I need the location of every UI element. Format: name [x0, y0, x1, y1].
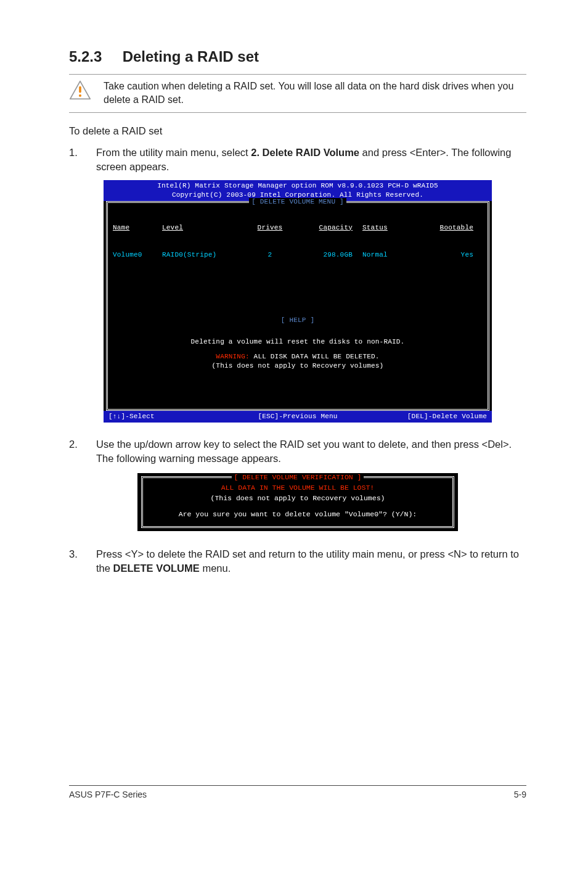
- dialog-line-2: (This does not apply to Recovery volumes…: [149, 493, 446, 504]
- step-2: 2. Use the up/down arrow key to select t…: [69, 437, 526, 466]
- dialog-frame: [ DELETE VOLUME VERIFICATION ] ALL DATA …: [141, 476, 454, 528]
- step-body: From the utility main menu, select 2. De…: [96, 146, 526, 174]
- step-number: 3.: [69, 547, 83, 576]
- step-body: Press <Y> to delete the RAID set and ret…: [96, 547, 526, 576]
- caution-text: Take caution when deleting a RAID set. Y…: [104, 80, 526, 106]
- bios-delete-volume-screen: Intel(R) Matrix Storage Manager option R…: [104, 180, 492, 423]
- step-number: 1.: [69, 146, 83, 174]
- warning-label: WARNING:: [216, 353, 249, 360]
- step-number: 2.: [69, 437, 83, 466]
- step1-pre: From the utility main menu, select: [96, 147, 251, 158]
- help-warning: WARNING: ALL DISK DATA WILL BE DELETED.: [113, 352, 483, 361]
- section-heading: 5.2.3 Deleting a RAID set: [69, 48, 526, 65]
- section-title: Deleting a RAID set: [123, 48, 259, 65]
- foot-select: [↑↓]-Select: [108, 412, 235, 421]
- dialog-lost-line: ALL DATA IN THE VOLUME WILL BE LOST!: [149, 483, 446, 493]
- foot-del: [DEL]-Delete Volume: [361, 412, 487, 421]
- cell-level: RAID0(Stripe): [162, 250, 248, 260]
- footer-left: ASUS P7F-C Series: [69, 790, 147, 799]
- hdr-status: Status: [362, 223, 415, 233]
- bios-footer-bar: [↑↓]-Select [ESC]-Previous Menu [DEL]-De…: [104, 411, 492, 423]
- hdr-drives: Drives: [248, 223, 292, 233]
- section-number: 5.2.3: [69, 48, 118, 65]
- bios-delete-verification-dialog: [ DELETE VOLUME VERIFICATION ] ALL DATA …: [137, 473, 458, 531]
- frame-title-top: [ DELETE VOLUME MENU ]: [108, 197, 488, 207]
- delete-volume-menu-pane: [ DELETE VOLUME MENU ] Name Level Drives…: [106, 201, 489, 321]
- frame-title-help: [ HELP ]: [108, 316, 488, 325]
- bios-title-1: Intel(R) Matrix Storage Manager option R…: [108, 181, 487, 191]
- footer-page-number: 5-9: [514, 790, 526, 799]
- page-footer: ASUS P7F-C Series 5-9: [69, 785, 526, 799]
- step-body: Use the up/down arrow key to select the …: [96, 437, 526, 466]
- cell-status: Normal: [362, 250, 415, 260]
- table-header: Name Level Drives Capacity Status Bootab…: [113, 223, 483, 233]
- foot-esc: [ESC]-Previous Menu: [235, 412, 361, 421]
- step-1: 1. From the utility main menu, select 2.…: [69, 146, 526, 174]
- svg-point-2: [79, 94, 81, 97]
- step1-bold: 2. Delete RAID Volume: [251, 147, 359, 158]
- volume-table: Name Level Drives Capacity Status Bootab…: [113, 205, 483, 278]
- hdr-capacity: Capacity: [292, 223, 362, 233]
- spacer: [113, 278, 483, 316]
- hdr-level: Level: [162, 223, 248, 233]
- warning-icon: [69, 80, 91, 101]
- help-line-3: (This does not apply to Recovery volumes…: [113, 361, 483, 371]
- cell-name: Volume0: [113, 250, 162, 260]
- step-3: 3. Press <Y> to delete the RAID set and …: [69, 547, 526, 576]
- svg-rect-1: [79, 86, 81, 93]
- step3-post: menu.: [200, 563, 231, 574]
- hdr-name: Name: [113, 223, 162, 233]
- table-row[interactable]: Volume0 RAID0(Stripe) 2 298.0GB Normal Y…: [113, 250, 483, 260]
- dialog-prompt: Are you sure you want to delete volume "…: [149, 510, 446, 520]
- intro-line: To delete a RAID set: [69, 124, 526, 138]
- help-line-1: Deleting a volume will reset the disks t…: [113, 337, 483, 347]
- cell-bootable: Yes: [415, 250, 473, 260]
- step3-bold: DELETE VOLUME: [113, 563, 200, 574]
- hdr-bootable: Bootable: [415, 223, 473, 233]
- dialog-title: [ DELETE VOLUME VERIFICATION ]: [143, 472, 452, 483]
- warning-rest: ALL DISK DATA WILL BE DELETED.: [250, 353, 380, 360]
- cell-drives: 2: [248, 250, 292, 260]
- cell-capacity: 298.0GB: [292, 250, 362, 260]
- help-pane: [ HELP ] Deleting a volume will reset th…: [106, 321, 489, 411]
- caution-box: Take caution when deleting a RAID set. Y…: [69, 74, 526, 113]
